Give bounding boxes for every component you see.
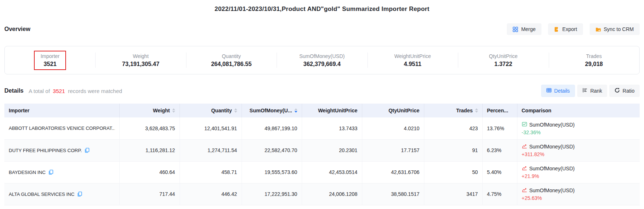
quantity-cell: 446.42 <box>180 183 242 205</box>
view-tabs: Details Rank Ratio <box>541 85 640 97</box>
percent-cell: 13.76% <box>482 117 517 139</box>
percent-cell: 5.40% <box>482 161 517 183</box>
merge-button-label: Merge <box>521 26 536 32</box>
importer-cell: ABBOTT LABORATORIES VENICE CORPORAT... <box>4 117 119 139</box>
comparison-change: +25.63% <box>522 195 636 201</box>
column-header-trades[interactable]: Trades <box>424 104 482 117</box>
overview-stats-card: Importer3521Weight73,191,305.47Quantity2… <box>4 46 640 74</box>
overview-heading: Overview <box>4 26 30 32</box>
overview-stat-weight: Weight73,191,305.47 <box>95 46 186 74</box>
importer-name: BAYDESIGN INC <box>9 170 46 175</box>
table-row: ABBOTT LABORATORIES VENICE CORPORAT...3,… <box>4 117 640 139</box>
overview-stat-quantity: Quantity264,081,786.55 <box>186 46 277 74</box>
quantity-cell: 458.71 <box>180 161 242 183</box>
comparison-metric-label: SumOfMoney(USD) <box>529 187 575 193</box>
sort-carets-icon[interactable] <box>172 108 175 113</box>
overview-stat-sumofmoney-usd: SumOfMoney(USD)362,379,669.4 <box>277 46 367 74</box>
column-label: SumOfMoney(U... <box>250 108 292 113</box>
trend-up-chart-icon <box>522 143 527 150</box>
quantity-cell: 12,401,541.91 <box>180 117 242 139</box>
column-label: Percen... <box>487 108 508 113</box>
stat-value: 362,379,669.4 <box>303 61 340 67</box>
sum-of-money-cell: 19,555,573.60 <box>242 161 302 183</box>
percent-cell: 6.23% <box>482 139 517 161</box>
overview-stat-importer: Importer3521 <box>5 46 95 74</box>
comparison-cell: SumOfMoney(USD)+311.82% <box>517 139 640 161</box>
table-grid-icon <box>546 88 552 94</box>
weight-cell: 460.64 <box>119 161 180 183</box>
stat-value: 73,191,305.47 <box>122 61 159 67</box>
summary-prefix: A total of <box>28 88 50 94</box>
trades-cell: 91 <box>424 139 482 161</box>
sort-carets-icon[interactable] <box>234 108 237 113</box>
importer-cell: DUTY FREE PHILIPPINES CORP. <box>4 139 119 161</box>
stat-label: WeightUnitPrice <box>394 53 431 59</box>
sync-to-crm-button[interactable]: Sync to CRM <box>590 23 640 35</box>
tab-rank[interactable]: Rank <box>577 85 608 97</box>
weight-cell: 717.44 <box>119 183 180 205</box>
tab-ratio[interactable]: Ratio <box>609 85 640 97</box>
tab-rank-label: Rank <box>590 88 602 94</box>
overview-stat-qtyunitprice: QtyUnitPrice1.3722 <box>458 46 548 74</box>
copy-icon[interactable] <box>48 170 53 175</box>
column-label: Weight <box>153 108 170 113</box>
trend-up-chart-icon <box>522 165 527 172</box>
column-label: QtyUnitPrice <box>389 108 420 113</box>
importer-name: DUTY FREE PHILIPPINES CORP. <box>9 148 82 153</box>
records-summary: A total of 3521 records were matched <box>28 88 122 94</box>
tab-ratio-label: Ratio <box>622 88 635 94</box>
details-section-bar: Details A total of 3521 records were mat… <box>4 84 640 97</box>
sort-carets-icon[interactable] <box>475 108 478 113</box>
tab-details-label: Details <box>554 88 570 94</box>
comparison-change: +311.82% <box>522 151 636 157</box>
details-heading: Details <box>4 88 23 94</box>
trend-down-chart-icon <box>522 121 527 128</box>
overview-actions: Merge Export Sync to CRM <box>507 23 640 35</box>
folder-sync-icon <box>595 27 601 32</box>
importer-name: ALTA GLOBAL SERVICES INC <box>9 191 74 197</box>
column-header-percen: Percen... <box>482 104 517 117</box>
qty-unit-price-cell: 38,580.1517 <box>362 183 424 205</box>
copy-icon[interactable] <box>77 191 82 197</box>
trades-cell: 423 <box>424 117 482 139</box>
sum-of-money-cell: 49,867,199.10 <box>242 117 302 139</box>
table-row: DUTY FREE PHILIPPINES CORP.1,116,281.121… <box>4 139 640 161</box>
copy-icon[interactable] <box>84 148 89 153</box>
tab-details[interactable]: Details <box>541 85 575 97</box>
column-label: Importer <box>9 108 30 113</box>
column-header-sumofmoney-u[interactable]: SumOfMoney(U... <box>242 104 302 117</box>
stat-value: 3521 <box>43 61 57 67</box>
importer-name: ABBOTT LABORATORIES VENICE CORPORAT... <box>9 125 115 131</box>
overview-stat-trades: Trades29,018 <box>549 46 639 74</box>
trend-up-chart-icon <box>522 187 527 194</box>
qty-unit-price-cell: 4.0210 <box>362 117 424 139</box>
column-header-importer: Importer <box>4 104 119 117</box>
export-button[interactable]: Export <box>548 23 583 35</box>
record-count: 3521 <box>53 88 65 94</box>
comparison-cell: SumOfMoney(USD)+25.63% <box>517 183 640 205</box>
column-label: Trades <box>456 108 473 113</box>
merge-button[interactable]: Merge <box>507 23 541 35</box>
comparison-change: +21.9% <box>522 173 636 179</box>
stat-label: Importer <box>41 53 59 59</box>
merge-icon <box>513 27 518 32</box>
column-header-weightunitprice: WeightUnitPrice <box>302 104 362 117</box>
sort-carets-icon[interactable] <box>294 108 297 113</box>
weight-cell: 1,116,281.12 <box>119 139 180 161</box>
column-label: Comparison <box>522 108 552 113</box>
table-row: ALTA GLOBAL SERVICES INC717.44446.4217,2… <box>4 183 640 205</box>
weight-unit-price-cell: 42,453.0514 <box>302 161 362 183</box>
comparison-cell: SumOfMoney(USD)-32.36% <box>517 117 640 139</box>
column-header-quantity[interactable]: Quantity <box>180 104 242 117</box>
highlight-box: Importer3521 <box>34 51 66 70</box>
sync-to-crm-button-label: Sync to CRM <box>604 26 634 32</box>
importer-cell: BAYDESIGN INC <box>4 161 119 183</box>
column-label: Quantity <box>211 108 232 113</box>
trades-cell: 3417 <box>424 183 482 205</box>
comparison-metric-label: SumOfMoney(USD) <box>529 122 575 128</box>
column-header-weight[interactable]: Weight <box>119 104 180 117</box>
qty-unit-price-cell: 17.7157 <box>362 139 424 161</box>
weight-unit-price-cell: 13.7433 <box>302 117 362 139</box>
details-table: ImporterWeightQuantitySumOfMoney(U...Wei… <box>4 104 640 205</box>
column-header-qtyunitprice: QtyUnitPrice <box>362 104 424 117</box>
